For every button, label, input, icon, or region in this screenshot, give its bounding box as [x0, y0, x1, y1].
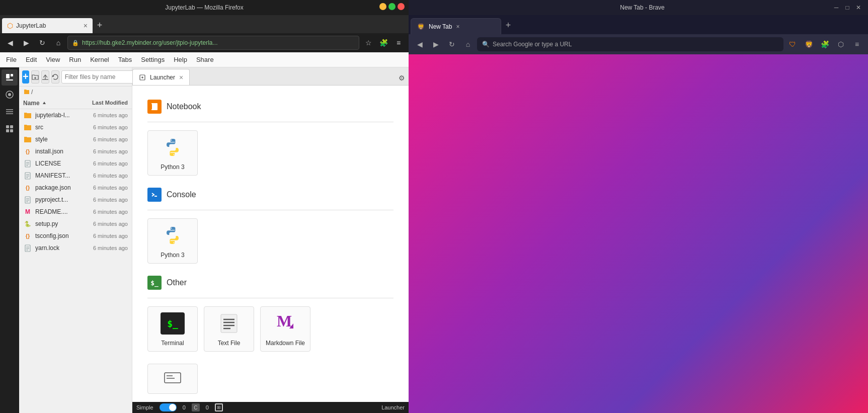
brave-win-close[interactable]: ✕ [855, 4, 862, 11]
list-item[interactable]: 🐍 setup.py 6 minutes ago [19, 218, 132, 230]
brave-extensions-icon[interactable]: 🧩 [818, 37, 832, 51]
sidebar-icon-extensions[interactable] [2, 121, 18, 137]
list-item[interactable]: src 6 minutes ago [19, 121, 132, 133]
brave-url-bar[interactable]: 🔍 Search Google or type a URL [477, 37, 783, 51]
markdown-file-card[interactable]: M Markdown File [260, 306, 310, 352]
launcher-tab-close[interactable]: × [179, 73, 183, 81]
tab-settings-button[interactable]: ⚙ [394, 71, 409, 85]
back-button[interactable]: ◀ [3, 36, 17, 50]
svg-rect-37 [151, 104, 152, 109]
brave-reload-button[interactable]: ↻ [445, 37, 459, 51]
home-button[interactable]: ⌂ [51, 36, 65, 50]
new-folder-button[interactable] [31, 70, 39, 84]
list-item[interactable]: jupyterlab-l... 6 minutes ago [19, 109, 132, 121]
brave-new-tab-button[interactable]: + [501, 18, 515, 32]
file-name: setup.py [35, 220, 77, 227]
new-launcher-button[interactable]: + [22, 70, 29, 84]
menu-file[interactable]: File [2, 54, 21, 65]
file-name: package.json [35, 184, 77, 191]
firefox-tab-jupyterlab[interactable]: ⬡ JupyterLab × [2, 18, 93, 33]
menu-tabs[interactable]: Tabs [114, 54, 136, 65]
sidebar-icon-files[interactable] [2, 69, 18, 86]
list-item[interactable]: M README.... 6 minutes ago [19, 206, 132, 218]
brave-sync-icon[interactable]: ⬡ [834, 37, 848, 51]
win-close[interactable] [398, 3, 405, 10]
simple-mode-toggle[interactable] [160, 403, 177, 411]
file-name: pyproject.t... [35, 196, 77, 203]
header-name[interactable]: Name [23, 100, 67, 107]
list-item[interactable]: LICENSE 6 minutes ago [19, 157, 132, 170]
console-python3-card[interactable]: Python 3 [147, 218, 198, 264]
reload-button[interactable]: ↻ [35, 36, 49, 50]
json-icon: {} [23, 183, 32, 192]
win-minimize[interactable] [379, 3, 386, 10]
launcher-tab-label: Launcher [150, 74, 175, 81]
list-item[interactable]: pyproject.t... 6 minutes ago [19, 194, 132, 206]
status-bar: Simple 0 C 0 ⊞ Launcher [132, 402, 409, 413]
other-section-header: $_ Other [147, 276, 393, 290]
menu-help[interactable]: Help [170, 54, 191, 65]
list-item[interactable]: {} install.json 6 minutes ago [19, 145, 132, 157]
tabs-bar: Launcher × ⚙ [132, 67, 409, 86]
svg-rect-11 [10, 129, 13, 132]
file-browser-panel: + 🔍 / Nam [19, 67, 132, 413]
python3-console-icon [161, 223, 185, 247]
svg-rect-0 [6, 74, 10, 78]
menu-settings[interactable]: Settings [137, 54, 169, 65]
new-tab-button[interactable]: + [93, 18, 107, 32]
list-item[interactable]: {} tsconfig.json 6 minutes ago [19, 230, 132, 242]
folder-icon [23, 123, 32, 132]
menu-edit[interactable]: Edit [22, 54, 41, 65]
extensions-icon[interactable]: 🧩 [376, 36, 390, 50]
forward-button[interactable]: ▶ [19, 36, 33, 50]
file-modified: 6 minutes ago [77, 112, 128, 118]
tab-favicon: ⬡ [7, 22, 13, 30]
upload-button[interactable] [41, 70, 49, 84]
tab-close-button[interactable]: × [84, 22, 88, 30]
py-icon: 🐍 [23, 219, 32, 228]
brave-shield-icon[interactable]: 🛡 [785, 37, 800, 51]
brave-forward-button[interactable]: ▶ [429, 37, 443, 51]
file-icon [23, 171, 32, 180]
menu-button[interactable]: ≡ [391, 36, 406, 50]
brave-win-restore[interactable]: □ [844, 4, 851, 11]
brave-back-button[interactable]: ◀ [413, 37, 427, 51]
launcher-tab[interactable]: Launcher × [132, 69, 190, 85]
terminal-card[interactable]: $_ Terminal [147, 306, 198, 352]
firefox-tabs-bar: ⬡ JupyterLab × + [0, 15, 409, 33]
search-input[interactable] [65, 73, 140, 80]
list-item[interactable]: MANIFEST... 6 minutes ago [19, 170, 132, 182]
list-item[interactable]: {} package.json 6 minutes ago [19, 182, 132, 194]
brave-brave-icon[interactable]: 🦁 [802, 37, 816, 51]
jupyter-menu-bar: File Edit View Run Kernel Tabs Settings … [0, 52, 409, 67]
svg-rect-1 [6, 79, 13, 80]
sidebar-icons [0, 67, 19, 413]
menu-view[interactable]: View [42, 54, 64, 65]
refresh-button[interactable] [51, 70, 59, 84]
svg-text:M: M [277, 312, 292, 330]
list-item[interactable]: yarn.lock 6 minutes ago [19, 242, 132, 254]
file-name: MANIFEST... [35, 172, 77, 179]
sidebar-icon-running[interactable] [2, 87, 18, 103]
menu-share[interactable]: Share [192, 54, 218, 65]
notebook-python3-card[interactable]: Python 3 [147, 130, 198, 176]
firefox-nav-bar: ◀ ▶ ↻ ⌂ 🔒 https://hub.gke2.mybinder.org/… [0, 33, 409, 52]
file-name: yarn.lock [35, 244, 77, 252]
list-item[interactable]: style 6 minutes ago [19, 133, 132, 145]
text-file-card[interactable]: Text File [204, 306, 254, 352]
brave-win-minimize[interactable]: ─ [833, 4, 840, 11]
brave-tab-newtab[interactable]: 🦁 New Tab × [411, 18, 501, 34]
sidebar-icon-commands[interactable] [2, 104, 18, 120]
menu-run[interactable]: Run [65, 54, 85, 65]
url-bar[interactable]: 🔒 https://hub.gke2.mybinder.org/user/jtp… [67, 36, 359, 50]
win-maximize[interactable] [388, 3, 396, 10]
menu-kernel[interactable]: Kernel [86, 54, 113, 65]
bookmark-icon[interactable]: ☆ [361, 36, 375, 50]
brave-home-button[interactable]: ⌂ [461, 37, 475, 51]
brave-tab-close[interactable]: × [456, 23, 459, 30]
other-section-icon: $_ [147, 276, 162, 290]
brave-menu-button[interactable]: ≡ [850, 37, 864, 51]
file-modified: 6 minutes ago [77, 197, 128, 203]
console-section-icon [147, 188, 162, 202]
extra-card[interactable] [147, 364, 198, 394]
